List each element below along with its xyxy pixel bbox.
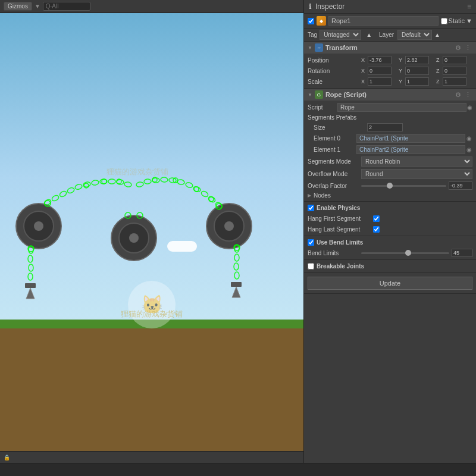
update-button[interactable]: Update: [308, 277, 472, 290]
sx-label: X: [361, 79, 367, 84]
toolbar-separator: ▼: [35, 3, 40, 10]
enable-physics-checkbox[interactable]: [308, 205, 314, 211]
breakable-joints-label: Breakable Joints: [317, 263, 364, 270]
rope-header[interactable]: ▼ G Rope (Script) ⚙ ⋮: [304, 89, 476, 101]
static-checkbox[interactable]: [441, 18, 447, 24]
use-bend-label: Use Bend Limits: [317, 239, 363, 246]
segments-mode-label: Segments Mode: [308, 158, 361, 165]
static-dropdown-arrow[interactable]: ▼: [466, 17, 472, 24]
inspector-icon: ℹ: [309, 2, 312, 11]
overlap-slider-thumb[interactable]: [387, 183, 393, 189]
hang-last-label: Hang Last Segment: [308, 226, 373, 233]
transform-gear-btn[interactable]: ⚙: [454, 44, 462, 52]
hang-last-checkbox[interactable]: [373, 226, 380, 233]
game-scene: 🐱: [0, 13, 303, 451]
position-y-field: Y: [399, 56, 435, 64]
breakable-joints-row: Breakable Joints: [304, 261, 476, 271]
go-active-checkbox[interactable]: [308, 18, 314, 24]
bend-slider[interactable]: [361, 252, 449, 254]
overlap-factor-input[interactable]: [449, 181, 472, 190]
rope-icon: G: [315, 90, 323, 99]
element1-input[interactable]: [356, 145, 465, 154]
scale-x-input[interactable]: [368, 77, 392, 86]
position-z-input[interactable]: [443, 56, 466, 64]
z-label: Z: [436, 57, 442, 63]
gameobject-header: ◆ Static ▼: [304, 14, 476, 29]
tag-arrow: ▲: [366, 32, 372, 38]
size-label: Size: [314, 124, 367, 131]
element0-label: Element 0: [314, 135, 356, 142]
rope-settings-btn[interactable]: ⋮: [464, 91, 472, 99]
go-name-input[interactable]: [328, 16, 439, 26]
sy-label: Y: [399, 79, 405, 84]
hang-first-checkbox[interactable]: [373, 215, 380, 222]
rotation-y-input[interactable]: [405, 67, 429, 75]
rz-label: Z: [436, 68, 442, 74]
breakable-joints-checkbox[interactable]: [308, 263, 314, 270]
overlap-factor-row: Overlap Factor: [304, 180, 476, 191]
inspector-menu-icon: ≡: [467, 2, 471, 11]
tag-select[interactable]: Untagged: [320, 30, 361, 40]
scale-z-input[interactable]: [443, 77, 466, 86]
overlap-slider[interactable]: [361, 185, 446, 187]
nodes-label: Nodes: [314, 192, 331, 199]
nodes-row[interactable]: ▶ Nodes: [304, 191, 476, 200]
bend-limits-label: Bend Limits: [308, 250, 361, 256]
y-label: Y: [399, 57, 405, 63]
script-value-input[interactable]: [337, 103, 466, 112]
cloud: [167, 241, 197, 252]
segments-mode-row: Segments Mode Round Robin: [304, 155, 476, 168]
status-bar: [0, 463, 476, 476]
x-label: X: [361, 57, 367, 63]
layer-select[interactable]: Default: [397, 30, 432, 40]
position-y-input[interactable]: [405, 56, 429, 64]
divider2: [304, 236, 476, 236]
position-label: Position: [308, 57, 361, 64]
transform-header[interactable]: ▼ ↔ Transform ⚙ ⋮: [304, 42, 476, 54]
rotation-x-input[interactable]: [368, 67, 392, 75]
overflow-mode-select[interactable]: Round: [361, 169, 472, 179]
scale-y-field: Y: [399, 77, 435, 86]
enable-physics-label: Enable Physics: [317, 205, 360, 211]
layer-label: Layer: [379, 32, 394, 38]
transform-settings-btn[interactable]: ⋮: [464, 44, 472, 52]
scale-y-input[interactable]: [405, 77, 429, 86]
segments-mode-select[interactable]: Round Robin: [361, 156, 472, 167]
overflow-mode-row: Overflow Mode Round: [304, 168, 476, 180]
position-row: Position X Y Z: [304, 55, 476, 65]
tag-layer-row: Tag Untagged ▲ Layer Default ▲: [304, 29, 476, 42]
rope-component: ▼ G Rope (Script) ⚙ ⋮ Script ◉: [304, 89, 476, 294]
rotation-z-input[interactable]: [443, 67, 466, 75]
element1-label: Element 1: [314, 146, 356, 153]
overflow-mode-label: Overflow Mode: [308, 171, 361, 177]
hang-first-row: Hang First Segment: [304, 213, 476, 224]
use-bend-checkbox[interactable]: [308, 239, 314, 246]
overlap-factor-label: Overlap Factor: [308, 183, 361, 189]
ground: [0, 328, 303, 451]
inspector-tab-label[interactable]: Inspector: [315, 2, 345, 11]
scale-row: Scale X Y Z: [304, 76, 476, 87]
viewport-bottom-bar: 🔒: [0, 451, 303, 463]
size-input[interactable]: [367, 123, 403, 131]
static-label: Static: [449, 17, 465, 24]
bend-limits-input[interactable]: [452, 249, 472, 257]
hang-first-label: Hang First Segment: [308, 215, 373, 222]
position-x-field: X: [361, 56, 397, 64]
static-check: Static ▼: [441, 17, 472, 24]
main-container: Gizmos ▼ 🐱: [0, 0, 476, 476]
bend-slider-thumb[interactable]: [405, 250, 411, 256]
rotation-xyz: X Y Z: [361, 67, 472, 75]
transform-component: ▼ ↔ Transform ⚙ ⋮ Position X: [304, 42, 476, 89]
position-x-input[interactable]: [368, 56, 392, 64]
enable-physics-row: Enable Physics: [304, 203, 476, 213]
script-icon: ◉: [466, 104, 472, 111]
search-input[interactable]: [43, 2, 90, 11]
segments-prefabs-label: Segments Prefabs: [308, 114, 356, 121]
gizmos-button[interactable]: Gizmos: [4, 2, 32, 11]
ry-label: Y: [399, 68, 405, 74]
element1-icon: ◉: [465, 146, 472, 153]
use-bend-row: Use Bend Limits: [304, 237, 476, 248]
rope-gear-btn[interactable]: ⚙: [454, 91, 462, 99]
hang-last-row: Hang Last Segment: [304, 224, 476, 234]
element0-input[interactable]: [356, 134, 465, 143]
